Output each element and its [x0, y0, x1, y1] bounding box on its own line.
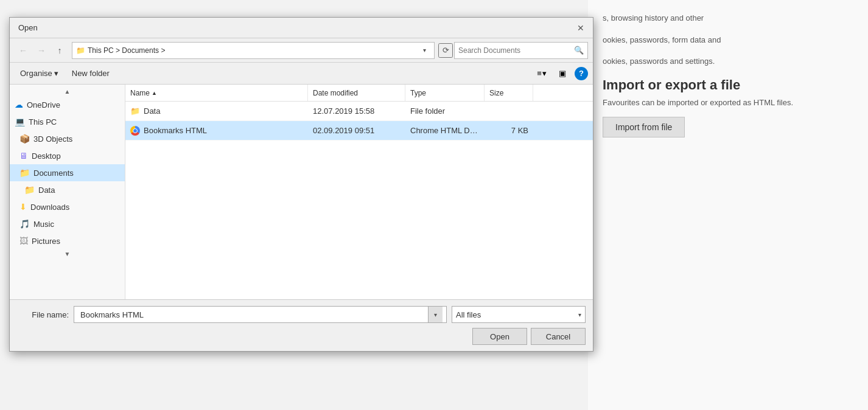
cancel-button[interactable]: Cancel — [531, 328, 586, 345]
filename-row: File name: Bookmarks HTML ▾ All files ▾ — [17, 306, 586, 323]
nav-back-button[interactable]: ← — [15, 42, 32, 59]
file-size-bookmarks-html: 7 KB — [485, 126, 533, 135]
dialog-action-buttons: Open Cancel — [17, 328, 586, 345]
sidebar-item-this-pc[interactable]: 💻This PC — [10, 113, 125, 130]
new-folder-button[interactable]: New folder — [66, 66, 115, 82]
sidebar-label-music: Music — [33, 220, 54, 229]
file-type-bookmarks-html: Chrome HTML Do... — [405, 126, 485, 135]
filetype-value: All files — [456, 310, 481, 319]
sidebar-icon-data: 📁 — [24, 185, 35, 195]
pane-button[interactable]: ▣ — [554, 65, 571, 82]
dialog-file-list: Name ▲ Date modified Type Size 📁Data12.0… — [125, 85, 593, 299]
browser-panel: s, browsing history and other ookies, pa… — [588, 0, 868, 410]
search-box[interactable]: 🔍 — [454, 42, 588, 59]
sidebar-item-onedrive[interactable]: ☁OneDrive — [10, 96, 125, 113]
organise-arrow-icon: ▾ — [54, 69, 58, 78]
filename-value: Bookmarks HTML — [78, 310, 428, 319]
sidebar-items-container: ☁OneDrive💻This PC📦3D Objects🖥Desktop📁Doc… — [10, 96, 125, 249]
dialog-close-button[interactable]: ✕ — [573, 21, 588, 35]
folder-icon: 📁 — [130, 106, 140, 116]
toolbar-right-group: ≡ ▾ ▣ ? — [533, 65, 588, 82]
sidebar-item-3d-objects[interactable]: 📦3D Objects — [10, 130, 125, 147]
organise-label: Organise — [20, 69, 52, 78]
scroll-up-icon: ▲ — [65, 88, 71, 95]
filename-input-box[interactable]: Bookmarks HTML ▾ — [74, 306, 447, 323]
address-bar-text: This PC > Documents > — [88, 46, 416, 55]
sidebar-item-desktop[interactable]: 🖥Desktop — [10, 147, 125, 164]
dialog-bottom-panel: File name: Bookmarks HTML ▾ All files ▾ … — [10, 299, 593, 351]
view-icon: ≡ — [537, 69, 542, 78]
sidebar-label-documents: Documents — [33, 169, 74, 178]
import-from-file-button[interactable]: Import from file — [603, 117, 685, 137]
search-input[interactable] — [458, 46, 574, 55]
sidebar-label-pictures: Pictures — [32, 237, 60, 246]
filename-label: File name: — [17, 310, 69, 319]
nav-forward-button[interactable]: → — [33, 42, 50, 59]
sidebar-scroll-up[interactable]: ▲ — [10, 87, 125, 96]
dialog-titlebar: Open ✕ — [10, 18, 593, 38]
file-rows-container: 📁Data12.07.2019 15:58File folderBookmark… — [125, 102, 593, 141]
sidebar-item-pictures[interactable]: 🖼Pictures — [10, 232, 125, 249]
view-options-button[interactable]: ≡ ▾ — [533, 65, 550, 82]
sidebar-icon-3d-objects: 📦 — [19, 134, 30, 144]
file-date-bookmarks-html: 02.09.2019 09:51 — [308, 126, 405, 135]
column-date-header[interactable]: Date modified — [308, 85, 405, 101]
sidebar-icon-this-pc: 💻 — [15, 117, 25, 127]
help-icon: ? — [579, 69, 584, 78]
sidebar-item-downloads[interactable]: ⬇Downloads — [10, 198, 125, 215]
address-dropdown-icon[interactable]: ▾ — [418, 43, 430, 58]
sidebar-label-3d-objects: 3D Objects — [33, 134, 72, 144]
file-type-data-folder: File folder — [405, 106, 485, 116]
open-button[interactable]: Open — [472, 328, 527, 345]
sidebar-icon-pictures: 🖼 — [19, 236, 28, 246]
help-button[interactable]: ? — [575, 67, 588, 80]
sidebar-item-music[interactable]: 🎵Music — [10, 215, 125, 232]
dialog-sidebar: ▲ ☁OneDrive💻This PC📦3D Objects🖥Desktop📁D… — [10, 85, 125, 299]
address-refresh-button[interactable]: ⟳ — [438, 43, 453, 58]
sidebar-icon-documents: 📁 — [19, 168, 30, 178]
scroll-down-icon: ▼ — [65, 251, 71, 257]
chrome-icon — [130, 126, 140, 136]
file-list-header: Name ▲ Date modified Type Size — [125, 85, 593, 102]
sidebar-item-data[interactable]: 📁Data — [10, 181, 125, 198]
panel-text-1: s, browsing history and other — [603, 12, 853, 24]
toolbar-left-group: Organise ▾ New folder — [15, 66, 115, 82]
sidebar-label-onedrive: OneDrive — [27, 100, 60, 109]
sidebar-scroll-down[interactable]: ▼ — [10, 249, 125, 259]
file-name-text-bookmarks-html: Bookmarks HTML — [144, 126, 207, 135]
file-row-bookmarks-html[interactable]: Bookmarks HTML02.09.2019 09:51Chrome HTM… — [125, 121, 593, 141]
sidebar-icon-downloads: ⬇ — [19, 202, 27, 212]
dialog-action-toolbar: Organise ▾ New folder ≡ ▾ ▣ ? — [10, 63, 593, 85]
sidebar-label-this-pc: This PC — [29, 117, 57, 127]
address-bar[interactable]: 📁 This PC > Documents > ▾ — [72, 42, 435, 59]
sidebar-label-data: Data — [38, 186, 55, 195]
dialog-title: Open — [18, 23, 38, 32]
panel-text-2: ookies, passwords, form data and — [603, 34, 853, 46]
filetype-dropdown-icon: ▾ — [578, 311, 581, 318]
column-size-header[interactable]: Size — [485, 85, 533, 101]
new-folder-label: New folder — [72, 69, 110, 78]
sidebar-label-downloads: Downloads — [30, 203, 69, 212]
sidebar-icon-music: 🎵 — [19, 219, 30, 229]
address-folder-icon: 📁 — [76, 46, 85, 55]
filetype-select-box[interactable]: All files ▾ — [452, 306, 586, 323]
organise-button[interactable]: Organise ▾ — [15, 66, 64, 82]
column-name-header[interactable]: Name ▲ — [125, 85, 308, 101]
column-type-header[interactable]: Type — [405, 85, 485, 101]
search-icon: 🔍 — [574, 46, 584, 55]
file-date-data-folder: 12.07.2019 15:58 — [308, 106, 405, 116]
pane-icon: ▣ — [559, 69, 566, 78]
file-name-cell-data-folder: 📁Data — [125, 106, 308, 116]
import-export-text: Favourites can be imported or exported a… — [603, 98, 853, 107]
sidebar-item-documents[interactable]: 📁Documents — [10, 164, 125, 181]
panel-text-3: ookies, passwords and settings. — [603, 55, 853, 68]
file-row-data-folder[interactable]: 📁Data12.07.2019 15:58File folder — [125, 102, 593, 121]
nav-up-button[interactable]: ↑ — [51, 42, 68, 59]
name-sort-arrow: ▲ — [152, 90, 157, 96]
sidebar-label-desktop: Desktop — [32, 151, 61, 161]
view-dropdown-icon: ▾ — [542, 69, 547, 78]
filename-dropdown-button[interactable]: ▾ — [428, 307, 443, 322]
open-file-dialog: Open ✕ ← → ↑ 📁 This PC > Documents > ▾ ⟳… — [9, 17, 593, 352]
dialog-main-content: ▲ ☁OneDrive💻This PC📦3D Objects🖥Desktop📁D… — [10, 85, 593, 299]
import-export-title: Import or export a file — [603, 77, 853, 93]
